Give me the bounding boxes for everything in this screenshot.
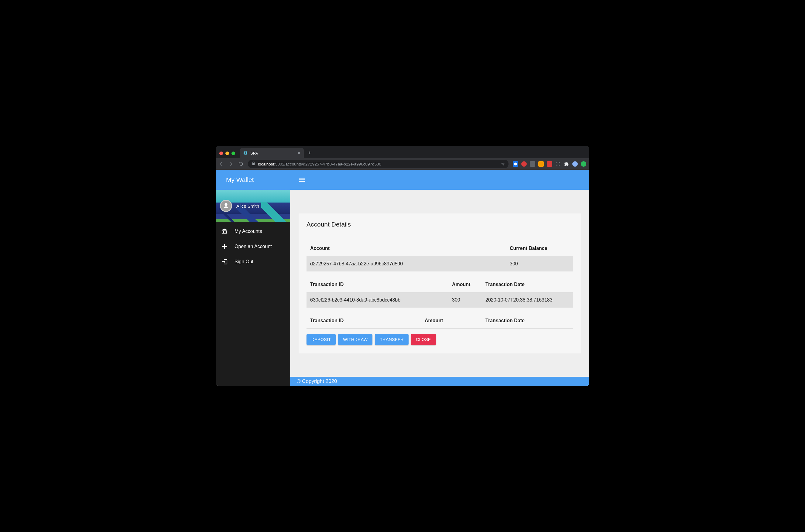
- nav-back-button[interactable]: [219, 161, 224, 167]
- window-minimize-button[interactable]: [225, 152, 229, 155]
- account-details-card: Account Details Account Current Balance …: [299, 213, 581, 354]
- url-text: localhost:5002/accounts/d2729257-47b8-47…: [258, 162, 381, 166]
- browser-window: SPA ✕ + localhost:5002/accounts/d2729257…: [216, 146, 589, 386]
- footer: © Copyright 2020: [290, 377, 589, 386]
- col-transaction-id: Transaction ID: [306, 313, 421, 328]
- col-amount: Amount: [448, 277, 482, 292]
- url-path: :5002/accounts/d2729257-47b8-47aa-b22e-a…: [274, 162, 381, 166]
- cell-tx-amount: 300: [448, 292, 482, 308]
- deposit-button[interactable]: DEPOSIT: [306, 334, 336, 345]
- browser-toolbar: localhost:5002/accounts/d2729257-47b8-47…: [216, 158, 589, 170]
- content-area: Account Details Account Current Balance …: [290, 190, 589, 377]
- cell-balance: 300: [506, 256, 573, 272]
- browser-tabbar: SPA ✕ +: [216, 146, 589, 158]
- col-transaction-id: Transaction ID: [306, 277, 448, 292]
- profile-avatar-icon[interactable]: [572, 161, 578, 167]
- sidebar-item-label: Open an Account: [235, 244, 272, 249]
- topbar: [290, 170, 589, 190]
- sidebar-item-label: My Accounts: [235, 229, 262, 234]
- table-row: d2729257-47b8-47aa-b22e-a996c897d500 300: [306, 256, 573, 272]
- menu-toggle-button[interactable]: [298, 176, 306, 184]
- tab-close-icon[interactable]: ✕: [297, 151, 301, 155]
- window-controls: [219, 152, 238, 158]
- bookmark-star-icon[interactable]: ☆: [501, 162, 505, 166]
- withdraw-button[interactable]: WITHDRAW: [338, 334, 372, 345]
- extension-icon[interactable]: [513, 161, 518, 167]
- extension-icon[interactable]: [521, 161, 527, 167]
- tab-title: SPA: [250, 151, 295, 155]
- col-current-balance: Current Balance: [506, 241, 573, 256]
- transactions-table-empty: Transaction ID Amount Transaction Date: [306, 313, 573, 328]
- close-button[interactable]: CLOSE: [411, 334, 436, 345]
- cell-account-id: d2729257-47b8-47aa-b22e-a996c897d500: [306, 256, 506, 272]
- person-icon: [223, 203, 229, 209]
- browser-tab[interactable]: SPA ✕: [240, 148, 304, 158]
- account-table: Account Current Balance d2729257-47b8-47…: [306, 241, 573, 271]
- sidebar-menu: My Accounts Open an Account Sign Out: [216, 222, 290, 269]
- app-viewport: My Wallet Alice Smith My Accounts: [216, 170, 589, 386]
- extension-icon[interactable]: [547, 161, 552, 167]
- extension-icon[interactable]: [555, 161, 561, 167]
- cell-tx-id: 630cf226-b2c3-4410-8da9-abc8bdcc48bb: [306, 292, 448, 308]
- new-tab-button[interactable]: +: [304, 150, 316, 158]
- bank-icon: [221, 228, 228, 235]
- extension-icon[interactable]: [530, 161, 535, 167]
- window-zoom-button[interactable]: [231, 152, 235, 155]
- extension-icon[interactable]: [538, 161, 544, 167]
- signout-icon: [221, 259, 228, 265]
- action-bar: DEPOSIT WITHDRAW TRANSFER CLOSE: [299, 328, 581, 354]
- brand-title: My Wallet: [216, 170, 290, 190]
- app-root: My Wallet Alice Smith My Accounts: [216, 170, 589, 386]
- col-transaction-date: Transaction Date: [482, 277, 573, 292]
- hamburger-icon: [298, 176, 306, 184]
- sidebar-item-my-accounts[interactable]: My Accounts: [216, 224, 290, 239]
- page-title: Account Details: [299, 213, 581, 235]
- profile-banner: Alice Smith: [216, 190, 290, 222]
- window-close-button[interactable]: [219, 152, 223, 155]
- footer-text: © Copyright 2020: [297, 378, 337, 384]
- cell-tx-date: 2020-10-07T20:38:38.7163183: [482, 292, 573, 308]
- nav-reload-button[interactable]: [238, 161, 244, 167]
- extension-icon[interactable]: [581, 161, 586, 167]
- col-transaction-date: Transaction Date: [482, 313, 573, 328]
- url-host: localhost: [258, 162, 274, 166]
- extension-icons: [513, 161, 586, 167]
- sidebar-item-label: Sign Out: [235, 259, 254, 265]
- svg-point-0: [245, 153, 246, 154]
- col-account: Account: [306, 241, 506, 256]
- table-row: 630cf226-b2c3-4410-8da9-abc8bdcc48bb 300…: [306, 292, 573, 308]
- plus-icon: [221, 243, 228, 250]
- main-column: Account Details Account Current Balance …: [290, 170, 589, 386]
- sidebar-item-sign-out[interactable]: Sign Out: [216, 254, 290, 269]
- address-bar[interactable]: localhost:5002/accounts/d2729257-47b8-47…: [248, 160, 508, 168]
- lock-icon: [251, 162, 256, 166]
- sidebar: My Wallet Alice Smith My Accounts: [216, 170, 290, 386]
- avatar: [220, 200, 232, 212]
- transfer-button[interactable]: TRANSFER: [375, 334, 409, 345]
- transactions-table: Transaction ID Amount Transaction Date 6…: [306, 277, 573, 308]
- react-favicon-icon: [243, 151, 248, 155]
- extensions-puzzle-icon[interactable]: [564, 161, 569, 167]
- sidebar-item-open-account[interactable]: Open an Account: [216, 239, 290, 254]
- col-amount: Amount: [421, 313, 482, 328]
- nav-forward-button[interactable]: [228, 161, 234, 167]
- user-name: Alice Smith: [236, 204, 259, 209]
